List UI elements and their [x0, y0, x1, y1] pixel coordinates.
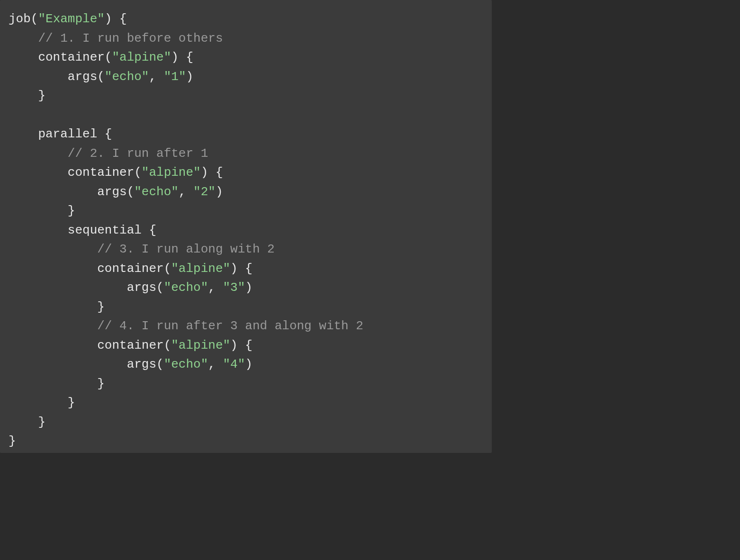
- code-token-kw: ) {: [105, 12, 127, 26]
- code-token-com: // 2. I run after 1: [68, 146, 208, 161]
- code-token-kw: [9, 31, 38, 45]
- code-token-kw: ) {: [230, 262, 253, 276]
- code-token-str: "alpine": [171, 262, 230, 276]
- code-token-kw: }: [9, 89, 45, 103]
- code-token-str: "3": [223, 280, 245, 295]
- code-token-com: // 4. I run after 3 and along with 2: [97, 319, 363, 333]
- code-token-kw: ): [245, 280, 253, 295]
- code-token-str: "alpine": [171, 338, 230, 352]
- code-token-kw: [9, 319, 97, 333]
- code-token-kw: ,: [149, 70, 163, 84]
- code-token-str: "echo": [105, 70, 149, 84]
- code-token-kw: ): [216, 185, 223, 199]
- code-token-kw: }: [9, 396, 75, 410]
- code-token-kw: }: [9, 434, 16, 448]
- code-token-kw: parallel {: [9, 127, 112, 141]
- code-token-kw: args(: [9, 280, 164, 295]
- code-token-kw: args(: [9, 70, 105, 84]
- code-token-kw: ) {: [201, 165, 223, 180]
- code-token-str: "alpine": [112, 50, 171, 64]
- code-token-str: "Example": [38, 12, 104, 26]
- code-token-str: "2": [193, 185, 216, 199]
- code-token-str: "echo": [164, 357, 208, 371]
- code-token-kw: ,: [208, 280, 223, 295]
- code-token-kw: container(: [9, 50, 112, 64]
- code-token-kw: }: [9, 204, 75, 218]
- code-token-kw: ,: [179, 185, 193, 199]
- code-token-kw: ): [245, 357, 253, 371]
- code-token-kw: container(: [9, 262, 171, 276]
- code-token-kw: container(: [9, 338, 171, 352]
- code-token-str: "alpine": [142, 165, 201, 180]
- code-token-kw: ) {: [230, 338, 253, 352]
- code-token-str: "4": [223, 357, 245, 371]
- code-token-kw: }: [9, 377, 105, 391]
- code-token-kw: args(: [9, 185, 134, 199]
- code-token-kw: [9, 146, 68, 161]
- code-token-kw: job(: [9, 12, 38, 26]
- code-token-com: // 1. I run before others: [38, 31, 223, 45]
- code-token-kw: }: [9, 300, 105, 314]
- code-token-kw: container(: [9, 165, 142, 180]
- code-token-str: "1": [164, 70, 186, 84]
- code-token-kw: args(: [9, 357, 164, 371]
- code-token-str: "echo": [134, 185, 179, 199]
- code-token-com: // 3. I run along with 2: [97, 242, 274, 256]
- code-token-kw: }: [9, 415, 45, 429]
- code-token-kw: ): [186, 70, 194, 84]
- code-token-kw: ) {: [171, 50, 193, 64]
- code-token-kw: [9, 242, 97, 256]
- code-token-str: "echo": [164, 280, 208, 295]
- code-block[interactable]: job("Example") { // 1. I run before othe…: [0, 0, 492, 453]
- code-token-kw: sequential {: [9, 223, 156, 237]
- code-token-kw: ,: [208, 357, 223, 371]
